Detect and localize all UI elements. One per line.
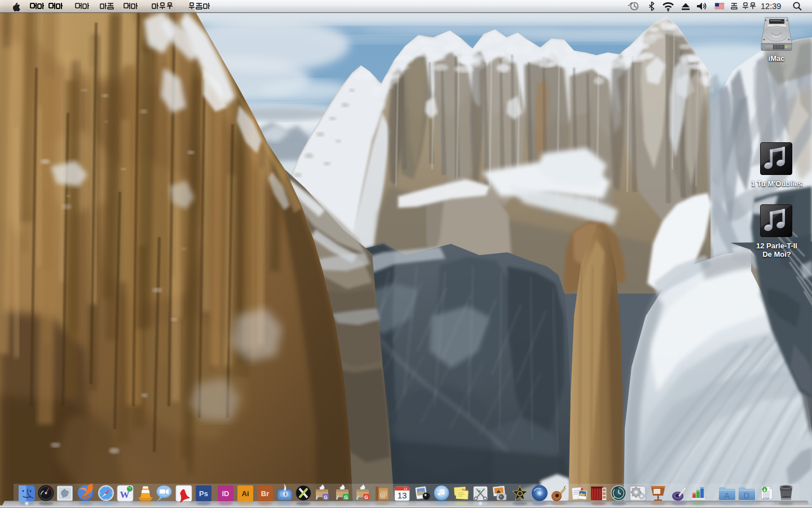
svg-text:G: G (344, 494, 348, 500)
svg-text:G: G (324, 494, 328, 500)
svg-text:Br: Br (261, 489, 269, 498)
svg-text:ID: ID (222, 489, 230, 498)
svg-text:13: 13 (398, 491, 407, 500)
svg-text:12:39: 12:39 (761, 2, 781, 11)
svg-text:Ai: Ai (242, 489, 249, 498)
svg-text:G: G (364, 494, 368, 500)
svg-text:Ps: Ps (199, 489, 208, 498)
svg-text:Apple: Apple (462, 488, 469, 491)
svg-text:@: @ (380, 490, 387, 498)
svg-text:D: D (744, 491, 750, 500)
svg-text:A: A (724, 491, 730, 500)
svg-text:13: 13 (404, 487, 407, 491)
svg-text:►PDF: ►PDF (762, 497, 770, 500)
